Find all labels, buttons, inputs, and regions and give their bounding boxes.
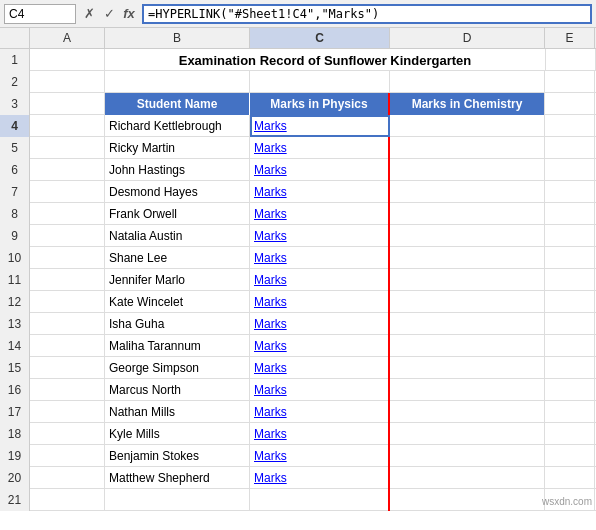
cell-e13[interactable] — [545, 313, 595, 335]
cell-d8[interactable] — [390, 203, 545, 225]
cell-e17[interactable] — [545, 401, 595, 423]
cell-b21[interactable] — [105, 489, 250, 511]
cell-b11[interactable]: Jennifer Marlo — [105, 269, 250, 291]
cell-e6[interactable] — [545, 159, 595, 181]
cell-a11[interactable] — [30, 269, 105, 291]
cell-e20[interactable] — [545, 467, 595, 489]
cell-e2[interactable] — [545, 71, 595, 93]
formula-input[interactable]: =HYPERLINK("#Sheet1!C4","Marks") — [142, 4, 592, 24]
cell-a9[interactable] — [30, 225, 105, 247]
cell-e1[interactable] — [546, 49, 596, 71]
cell-a3[interactable] — [30, 93, 105, 115]
cell-a1[interactable] — [30, 49, 105, 71]
cell-a19[interactable] — [30, 445, 105, 467]
cell-d7[interactable] — [390, 181, 545, 203]
cell-b4[interactable]: Richard Kettlebrough — [105, 115, 250, 137]
hyperlink-physics-19[interactable]: Marks — [254, 449, 287, 463]
hyperlink-physics-16[interactable]: Marks — [254, 383, 287, 397]
cell-b18[interactable]: Kyle Mills — [105, 423, 250, 445]
cell-a16[interactable] — [30, 379, 105, 401]
cell-c18[interactable]: Marks — [250, 423, 390, 445]
cell-b12[interactable]: Kate Wincelet — [105, 291, 250, 313]
cell-a6[interactable] — [30, 159, 105, 181]
cell-a18[interactable] — [30, 423, 105, 445]
cell-c14[interactable]: Marks — [250, 335, 390, 357]
cell-e8[interactable] — [545, 203, 595, 225]
cell-a8[interactable] — [30, 203, 105, 225]
cell-b20[interactable]: Matthew Shepherd — [105, 467, 250, 489]
cell-d17[interactable] — [390, 401, 545, 423]
cell-c4[interactable]: Marks — [250, 115, 390, 137]
cell-c5[interactable]: Marks — [250, 137, 390, 159]
hyperlink-physics-4[interactable]: Marks — [254, 119, 287, 133]
cell-e4[interactable] — [545, 115, 595, 137]
cell-b13[interactable]: Isha Guha — [105, 313, 250, 335]
cell-e10[interactable] — [545, 247, 595, 269]
cell-d16[interactable] — [390, 379, 545, 401]
cell-e15[interactable] — [545, 357, 595, 379]
col-header-d[interactable]: D — [390, 28, 545, 48]
cell-a5[interactable] — [30, 137, 105, 159]
cell-d9[interactable] — [390, 225, 545, 247]
cell-d10[interactable] — [390, 247, 545, 269]
cell-e5[interactable] — [545, 137, 595, 159]
cell-d21[interactable] — [390, 489, 545, 511]
cell-d18[interactable] — [390, 423, 545, 445]
cell-a15[interactable] — [30, 357, 105, 379]
cell-b19[interactable]: Benjamin Stokes — [105, 445, 250, 467]
hyperlink-physics-9[interactable]: Marks — [254, 229, 287, 243]
cell-e19[interactable] — [545, 445, 595, 467]
cell-b14[interactable]: Maliha Tarannum — [105, 335, 250, 357]
hyperlink-physics-13[interactable]: Marks — [254, 317, 287, 331]
cancel-icon[interactable]: ✗ — [80, 5, 98, 23]
cell-b10[interactable]: Shane Lee — [105, 247, 250, 269]
cell-d5[interactable] — [390, 137, 545, 159]
cell-c17[interactable]: Marks — [250, 401, 390, 423]
cell-a7[interactable] — [30, 181, 105, 203]
cell-e12[interactable] — [545, 291, 595, 313]
hyperlink-physics-6[interactable]: Marks — [254, 163, 287, 177]
cell-b15[interactable]: George Simpson — [105, 357, 250, 379]
fx-icon[interactable]: fx — [120, 5, 138, 23]
cell-d20[interactable] — [390, 467, 545, 489]
cell-reference-box[interactable]: C4 — [4, 4, 76, 24]
cell-e11[interactable] — [545, 269, 595, 291]
confirm-icon[interactable]: ✓ — [100, 5, 118, 23]
cell-d11[interactable] — [390, 269, 545, 291]
cell-b16[interactable]: Marcus North — [105, 379, 250, 401]
cell-b5[interactable]: Ricky Martin — [105, 137, 250, 159]
hyperlink-physics-8[interactable]: Marks — [254, 207, 287, 221]
cell-a17[interactable] — [30, 401, 105, 423]
cell-b17[interactable]: Nathan Mills — [105, 401, 250, 423]
cell-c6[interactable]: Marks — [250, 159, 390, 181]
cell-a21[interactable] — [30, 489, 105, 511]
cell-c8[interactable]: Marks — [250, 203, 390, 225]
cell-d13[interactable] — [390, 313, 545, 335]
cell-c15[interactable]: Marks — [250, 357, 390, 379]
cell-c7[interactable]: Marks — [250, 181, 390, 203]
cell-c19[interactable]: Marks — [250, 445, 390, 467]
cell-c20[interactable]: Marks — [250, 467, 390, 489]
cell-c9[interactable]: Marks — [250, 225, 390, 247]
cell-b2[interactable] — [105, 71, 250, 93]
cell-d2[interactable] — [390, 71, 545, 93]
cell-c11[interactable]: Marks — [250, 269, 390, 291]
cell-a10[interactable] — [30, 247, 105, 269]
cell-e14[interactable] — [545, 335, 595, 357]
cell-b7[interactable]: Desmond Hayes — [105, 181, 250, 203]
col-header-b[interactable]: B — [105, 28, 250, 48]
cell-e18[interactable] — [545, 423, 595, 445]
cell-e16[interactable] — [545, 379, 595, 401]
cell-a2[interactable] — [30, 71, 105, 93]
cell-d4[interactable] — [390, 115, 545, 137]
cell-e9[interactable] — [545, 225, 595, 247]
col-header-e[interactable]: E — [545, 28, 595, 48]
cell-a14[interactable] — [30, 335, 105, 357]
cell-d19[interactable] — [390, 445, 545, 467]
cell-c10[interactable]: Marks — [250, 247, 390, 269]
hyperlink-physics-18[interactable]: Marks — [254, 427, 287, 441]
cell-b8[interactable]: Frank Orwell — [105, 203, 250, 225]
cell-a20[interactable] — [30, 467, 105, 489]
col-header-c[interactable]: C — [250, 28, 390, 48]
cell-e3[interactable] — [545, 93, 595, 115]
